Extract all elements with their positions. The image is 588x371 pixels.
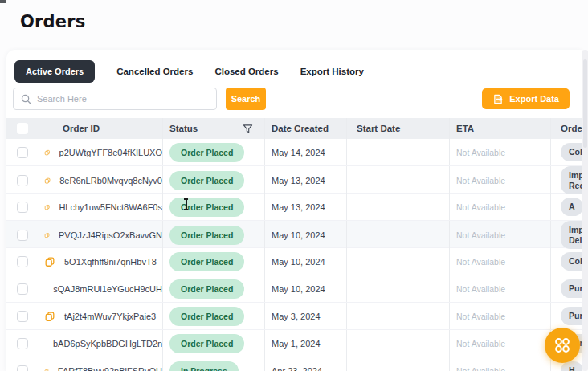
status-badge: Order Placed (169, 143, 244, 162)
date-created: May 1, 2024 (272, 339, 321, 349)
status-badge: Order Placed (169, 171, 244, 190)
vertical-scrollbar[interactable] (582, 50, 588, 371)
eta-value: Not Available (456, 176, 505, 186)
date-created: May 10, 2024 (272, 257, 325, 267)
status-filter-button[interactable] (243, 124, 253, 134)
order-type-badge: Coll (561, 252, 582, 271)
order-id: HLchy1uw5FNct8WA6F0s (59, 202, 162, 212)
date-created: May 13, 2024 (272, 202, 325, 212)
table-row[interactable]: p2UWtgYFF8e04fKILUXO Order Placed May 14… (6, 139, 582, 166)
table-row[interactable]: sQAJ8mRUi1eYGucH9cUH Order Placed May 10… (6, 275, 582, 303)
export-data-button[interactable]: Export Data (482, 88, 570, 109)
table-row[interactable]: HLchy1uw5FNct8WA6F0s Order Placed May 13… (6, 194, 582, 221)
eta-value: Not Available (456, 284, 505, 294)
eta-value: Not Available (456, 202, 505, 212)
row-checkbox[interactable] (17, 311, 28, 322)
page-title: Orders (20, 12, 86, 31)
order-id: tAj2t4mWuv7YkjxPaie3 (64, 312, 156, 321)
col-order-type: Order (561, 124, 582, 133)
status-badge: In Progress (169, 361, 239, 371)
apps-grid-icon (553, 336, 571, 354)
table-row[interactable]: PVQJzJ4RipsO2xBavvGN Order Placed May 10… (6, 221, 582, 248)
floating-action-button[interactable] (545, 328, 580, 363)
table-row[interactable]: tAj2t4mWuv7YkjxPaie3 Order Placed May 3,… (6, 303, 582, 330)
copy-icon[interactable] (44, 311, 55, 322)
copy-icon[interactable] (44, 202, 50, 213)
status-badge: Order Placed (169, 252, 244, 271)
order-type-badge: H (561, 361, 582, 371)
order-id: sQAJ8mRUi1eYGucH9cUH (53, 284, 162, 294)
export-file-icon (492, 94, 504, 104)
export-data-label: Export Data (509, 94, 559, 104)
order-type-badge: Imp Deli (561, 221, 582, 249)
scrollbar-thumb[interactable] (583, 59, 587, 148)
copy-icon[interactable] (44, 175, 51, 186)
order-type-badge: Imp Rec (561, 166, 582, 194)
status-badge: Order Placed (169, 334, 244, 353)
col-start-date: Start Date (357, 124, 400, 133)
tab-active-orders[interactable]: Active Orders (14, 60, 95, 83)
copy-icon[interactable] (44, 256, 55, 267)
copy-icon[interactable] (44, 365, 49, 371)
status-badge: Order Placed (169, 226, 244, 245)
order-id: PVQJzJ4RipsO2xBavvGN (59, 230, 162, 240)
col-status: Status (169, 124, 198, 133)
search-button[interactable]: Search (226, 88, 266, 110)
row-checkbox[interactable] (17, 202, 28, 213)
eta-value: Not Available (456, 366, 505, 371)
copy-icon[interactable] (44, 147, 51, 158)
order-type-badge: A (561, 198, 582, 216)
table-row[interactable]: 5O1Xqfhff9ni7qnHbvT8 Order Placed May 10… (6, 248, 582, 275)
orders-table-body: p2UWtgYFF8e04fKILUXO Order Placed May 14… (6, 139, 582, 371)
eta-value: Not Available (456, 257, 505, 267)
col-date-created: Date Created (272, 124, 329, 133)
text-cursor (183, 198, 189, 210)
row-checkbox[interactable] (17, 256, 28, 267)
tab-cancelled-orders[interactable]: Cancelled Orders (116, 67, 193, 76)
eta-value: Not Available (456, 312, 505, 321)
row-checkbox[interactable] (17, 338, 28, 349)
order-type-badge: Pur (561, 307, 582, 325)
status-badge: Order Placed (169, 279, 244, 299)
order-id: p2UWtgYFF8e04fKILUXO (59, 148, 162, 157)
search-icon (21, 94, 31, 104)
row-checkbox[interactable] (17, 365, 28, 371)
date-created: May 14, 2024 (272, 148, 325, 157)
col-order-id: Order ID (63, 124, 100, 133)
toolbar: Search Export Data (13, 88, 575, 110)
col-eta: ETA (456, 124, 474, 133)
row-checkbox[interactable] (17, 147, 28, 158)
row-checkbox[interactable] (17, 175, 28, 186)
search-box[interactable] (13, 88, 217, 110)
date-created: May 13, 2024 (272, 176, 325, 186)
table-row[interactable]: FARfT8Bwv92nBiFSRvOU In Progress Apr 23,… (6, 357, 582, 371)
search-input[interactable] (37, 94, 209, 104)
tab-export-history[interactable]: Export History (300, 67, 364, 76)
eta-value: Not Available (456, 148, 505, 157)
date-created: Apr 23, 2024 (272, 366, 322, 371)
order-id: bAD6pSyKpbBDGHgLTD2n (53, 339, 162, 349)
eta-value: Not Available (456, 230, 505, 240)
copy-icon[interactable] (44, 230, 50, 241)
order-id: 5O1Xqfhff9ni7qnHbvT8 (64, 257, 157, 267)
status-badge: Order Placed (169, 198, 244, 217)
date-created: May 10, 2024 (272, 284, 325, 294)
order-type-badge: Pur (561, 279, 582, 298)
orders-panel: Active OrdersCancelled OrdersClosed Orde… (6, 50, 582, 371)
tab-closed-orders[interactable]: Closed Orders (214, 67, 278, 76)
date-created: May 3, 2024 (272, 312, 321, 321)
tab-bar: Active OrdersCancelled OrdersClosed Orde… (14, 60, 364, 83)
filter-funnel-icon (243, 124, 253, 134)
window-edge-artifact (0, 0, 6, 3)
select-all-checkbox[interactable] (17, 123, 28, 134)
table-row[interactable]: bAD6pSyKpbBDGHgLTD2n Order Placed May 1,… (6, 330, 582, 357)
table-row[interactable]: 8eR6nLRb0Mvqvq8cNyv0 Order Placed May 13… (6, 166, 582, 194)
eta-value: Not Available (456, 339, 505, 349)
order-id: 8eR6nLRb0Mvqvq8cNyv0 (59, 176, 162, 186)
row-checkbox[interactable] (17, 230, 28, 241)
row-checkbox[interactable] (17, 283, 28, 295)
order-type-badge: Coll (561, 143, 582, 161)
status-badge: Order Placed (169, 307, 244, 326)
date-created: May 10, 2024 (272, 230, 325, 240)
table-header-row: Order ID Status Date Created Start Date … (6, 118, 582, 139)
